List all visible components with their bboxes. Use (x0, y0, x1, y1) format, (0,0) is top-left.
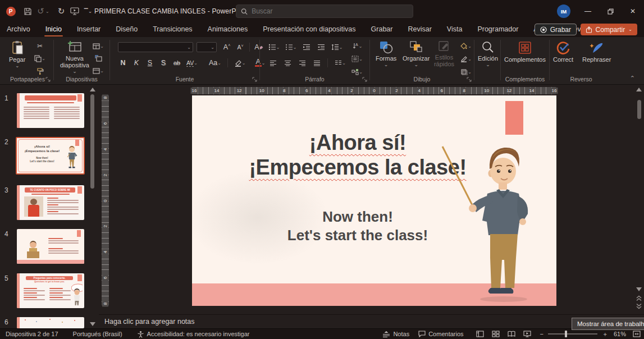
shape-fill-dropdown-icon[interactable]: ⌄ (468, 44, 472, 49)
powerpoint-logo-icon[interactable]: P (4, 0, 17, 22)
tab-vista[interactable]: Vista (446, 22, 464, 37)
shape-outline-dropdown-icon[interactable]: ⌄ (468, 57, 472, 62)
clipboard-dialog-launcher-icon[interactable] (45, 77, 51, 82)
teacher-character-illustration[interactable] (438, 143, 550, 306)
align-center-icon[interactable] (281, 57, 294, 68)
undo-button[interactable]: ↺⌄ (35, 0, 52, 22)
zoom-level[interactable]: 61% (614, 331, 626, 337)
shapes-button[interactable]: Formas ⌄ (373, 39, 399, 68)
slide-sorter-view-icon[interactable] (492, 331, 500, 337)
layout-dropdown-icon[interactable]: ⌄ (100, 44, 104, 49)
close-button[interactable]: ✕ (622, 0, 644, 22)
paragraph-dialog-launcher-icon[interactable] (362, 77, 367, 82)
tab-presentacion[interactable]: Presentación con diapositivas (262, 22, 357, 37)
language-indicator[interactable]: Portugués (Brasil) (73, 331, 122, 337)
tab-transiciones[interactable]: Transiciones (152, 22, 193, 37)
tab-grabar[interactable]: Grabar (370, 22, 394, 37)
shape-outline-button[interactable]: ⌄ (459, 53, 473, 65)
bullets-button[interactable]: ⌄ (267, 42, 281, 53)
numbering-dropdown-icon[interactable]: ⌄ (293, 45, 297, 50)
record-button[interactable]: Grabar (535, 24, 577, 35)
zoom-slider[interactable] (548, 333, 597, 335)
text-direction-dropdown-icon[interactable]: ⌄ (359, 44, 363, 49)
slide-title-line2[interactable]: ¡Empecemos la clase! (249, 155, 466, 179)
restore-button[interactable] (599, 0, 622, 22)
columns-dropdown-icon[interactable]: ⌄ (342, 61, 346, 66)
new-slide-dropdown-icon[interactable]: ⌄ (72, 70, 77, 74)
correct-button[interactable]: Correct (551, 39, 576, 64)
arrange-button[interactable]: Organizar ⌄ (400, 39, 432, 68)
format-painter-icon[interactable] (34, 65, 46, 76)
slideshow-from-start-icon[interactable] (67, 0, 82, 22)
slide-thumbnail-5[interactable]: Preguntas para conocerte. Questions to g… (17, 273, 84, 308)
copy-dropdown-icon[interactable]: ⌄ (42, 56, 45, 61)
collapse-ribbon-icon[interactable]: ⌃ (630, 75, 635, 82)
tab-insertar[interactable]: Insertar (76, 22, 102, 37)
main-scrollbar[interactable] (634, 85, 643, 314)
columns-button[interactable]: ⌄ (332, 57, 348, 68)
strikethrough-button[interactable]: ab (171, 57, 183, 68)
increase-indent-icon[interactable] (315, 42, 327, 53)
shrink-font-button[interactable]: A˅ (234, 42, 246, 53)
line-spacing-dropdown-icon[interactable]: ⌄ (339, 45, 343, 50)
align-text-dropdown-icon[interactable]: ⌄ (359, 57, 363, 62)
cut-icon[interactable]: ✂ (34, 40, 46, 52)
slide-thumbnail-4[interactable] (17, 229, 84, 264)
arrange-dropdown-icon[interactable]: ⌄ (414, 63, 418, 67)
quick-styles-button[interactable]: Estilos rápidos (430, 39, 459, 68)
comments-toggle[interactable]: Comentarios (418, 331, 463, 337)
text-shadow-button[interactable]: S (157, 57, 170, 68)
notes-toggle[interactable]: Notas (382, 331, 409, 337)
character-spacing-button[interactable]: AV⌄ (184, 57, 200, 68)
bold-button[interactable]: N (117, 57, 129, 68)
highlight-color-button[interactable]: ⌄ (232, 57, 248, 68)
numbering-button[interactable]: ⌄ (284, 42, 298, 53)
notes-pane[interactable]: Haga clic para agregar notas (99, 314, 644, 328)
slide-thumbnail-2-selected[interactable]: ¡Ahora sí! ¡Empecemos la clase! Now then… (16, 137, 85, 175)
change-case-dropdown-icon[interactable]: ⌄ (217, 61, 221, 66)
slide-indicator[interactable]: Diapositiva 2 de 17 (6, 331, 58, 337)
shapes-dropdown-icon[interactable]: ⌄ (384, 63, 389, 67)
thumbnail-scroll-up-icon[interactable] (90, 88, 95, 91)
drawing-dialog-launcher-icon[interactable] (467, 77, 472, 82)
char-spacing-dropdown-icon[interactable]: ⌄ (194, 61, 198, 66)
tab-revisar[interactable]: Revisar (407, 22, 432, 37)
smartart-dropdown-icon[interactable]: ⌄ (359, 70, 363, 75)
scroll-down-icon[interactable] (636, 287, 642, 291)
change-case-button[interactable]: Aa⌄ (207, 57, 223, 68)
next-slide-icon[interactable] (636, 303, 642, 309)
text-direction-button[interactable]: A ⌄ (349, 40, 366, 52)
slide-thumbnail-6[interactable] (17, 317, 84, 328)
customize-qat-icon[interactable]: ▔⌄ (81, 0, 95, 22)
slide-thumbnail-3[interactable]: TE CUENTO UN POCO SOBRE MI (17, 185, 84, 220)
align-text-button[interactable]: ⌄ (349, 53, 366, 65)
fit-to-window-icon[interactable] (633, 331, 641, 337)
accessibility-status[interactable]: Accesibilidad: es necesario investigar (137, 331, 250, 338)
slide-salmon-rectangle[interactable] (505, 101, 523, 135)
thumbnail-scroll-down-icon[interactable] (90, 322, 95, 326)
tab-archivo[interactable]: Archivo (6, 22, 31, 37)
addins-button[interactable]: Complementos (503, 39, 547, 64)
bullets-dropdown-icon[interactable]: ⌄ (276, 45, 280, 50)
highlight-dropdown-icon[interactable]: ⌄ (242, 61, 246, 66)
reading-view-icon[interactable] (508, 331, 515, 337)
undo-dropdown-icon[interactable]: ⌄ (45, 9, 49, 14)
normal-view-icon[interactable] (476, 331, 484, 337)
tab-animaciones[interactable]: Animaciones (207, 22, 249, 37)
align-left-icon[interactable] (267, 57, 279, 68)
copy-icon[interactable]: ⌄ (34, 53, 46, 64)
slide-subtitle-line2[interactable]: Let's start the class! (287, 227, 428, 244)
shape-effects-dropdown-icon[interactable]: ⌄ (468, 70, 472, 75)
slideshow-view-icon[interactable] (523, 331, 531, 337)
font-name-combobox[interactable]: ⌄ (118, 42, 193, 52)
save-icon[interactable] (20, 0, 35, 22)
font-dialog-launcher-icon[interactable] (252, 77, 257, 82)
line-spacing-button[interactable]: ⌄ (330, 42, 344, 53)
tab-inicio[interactable]: Inicio (44, 22, 63, 37)
grow-font-button[interactable]: A˄ (221, 42, 233, 53)
main-scrollbar-thumb[interactable] (637, 100, 641, 119)
italic-button[interactable]: K (130, 57, 143, 68)
minimize-button[interactable]: — (577, 0, 599, 22)
share-button[interactable]: Compartir ⌄ (581, 24, 637, 35)
section-icon[interactable]: ⌄ (92, 65, 104, 76)
